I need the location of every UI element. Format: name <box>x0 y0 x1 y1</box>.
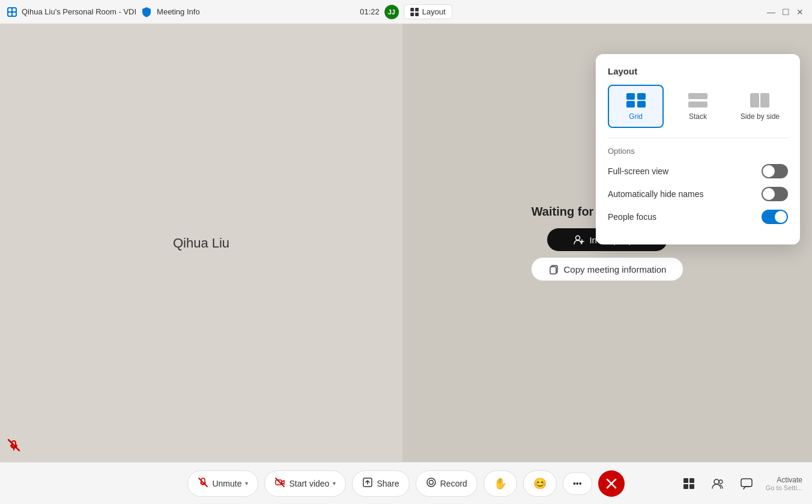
layout-option-stack[interactable]: Stack <box>670 85 726 128</box>
svg-rect-19 <box>688 93 707 99</box>
layout-option-grid[interactable]: Grid <box>608 85 664 128</box>
title-bar-right: — ☐ ✕ <box>766 7 805 17</box>
people-focus-label: People focus <box>608 212 656 222</box>
svg-rect-2 <box>8 13 11 16</box>
layout-grid-label: Grid <box>629 112 643 121</box>
minimize-button[interactable]: — <box>766 7 776 17</box>
svg-rect-20 <box>688 102 707 108</box>
start-video-label: Start video <box>289 479 329 488</box>
share-button[interactable]: Share <box>352 470 409 497</box>
more-options-icon: ••• <box>573 479 582 488</box>
auto-hide-toggle[interactable] <box>762 187 788 201</box>
title-bar-center: 01:22 JJ Layout <box>360 4 452 19</box>
user-avatar: JJ <box>384 5 399 19</box>
svg-point-27 <box>427 478 435 487</box>
auto-hide-row: Automatically hide names <box>608 187 788 201</box>
raise-hand-icon: ✋ <box>494 477 507 490</box>
maximize-button[interactable]: ☐ <box>781 7 790 17</box>
toolbar: Unmute ▾ Start video ▾ Share <box>0 462 812 504</box>
full-screen-label: Full-screen view <box>608 166 668 176</box>
toolbar-right: Activate Go to Setti... <box>677 472 802 496</box>
copy-meeting-info-label: Copy meeting information <box>564 264 667 275</box>
full-screen-row: Full-screen view <box>608 164 788 178</box>
layout-button-label: Layout <box>422 7 446 16</box>
svg-rect-31 <box>683 484 688 489</box>
svg-rect-29 <box>683 478 688 483</box>
participants-button[interactable] <box>706 472 730 496</box>
layout-options: Grid Stack <box>608 85 788 128</box>
stack-icon <box>687 92 709 109</box>
start-video-chevron-icon: ▾ <box>333 480 336 487</box>
svg-rect-6 <box>410 13 414 16</box>
auto-hide-label: Automatically hide names <box>608 189 704 199</box>
svg-point-28 <box>429 480 433 484</box>
video-off-icon <box>274 477 285 490</box>
unmute-chevron-icon: ▾ <box>245 480 248 487</box>
options-section-title: Options <box>608 147 788 156</box>
main-area: Qihua Liu Waiting for others to join... … <box>0 24 812 462</box>
share-icon <box>362 477 373 490</box>
record-label: Record <box>440 479 467 488</box>
activate-text: Activate <box>777 476 802 484</box>
copy-meeting-info-button[interactable]: Copy meeting information <box>531 257 684 281</box>
title-bar: Qihua Liu's Personal Room - VDI Meeting … <box>0 0 812 24</box>
app-title-text: Qihua Liu's Personal Room - VDI <box>22 7 136 16</box>
mute-indicator <box>7 439 20 455</box>
svg-rect-7 <box>415 13 419 16</box>
chat-button[interactable] <box>735 472 759 496</box>
more-options-button[interactable]: ••• <box>563 472 592 495</box>
unmute-button[interactable]: Unmute ▾ <box>187 470 258 497</box>
people-focus-row: People focus <box>608 210 788 224</box>
svg-line-24 <box>276 478 284 487</box>
grid-view-button[interactable] <box>677 472 701 496</box>
layout-side-by-side-label: Side by side <box>741 112 780 121</box>
side-by-side-icon <box>749 92 771 109</box>
svg-rect-14 <box>550 267 556 274</box>
record-button[interactable]: Record <box>416 470 477 497</box>
full-screen-toggle[interactable] <box>762 164 788 178</box>
layout-button[interactable]: Layout <box>404 4 452 19</box>
app-icon <box>7 7 17 17</box>
activate-area: Activate Go to Setti... <box>766 476 802 491</box>
layout-popup: Layout Grid <box>596 54 800 244</box>
svg-rect-15 <box>626 93 635 100</box>
svg-rect-5 <box>415 8 419 11</box>
raise-hand-button[interactable]: ✋ <box>483 470 517 497</box>
svg-point-34 <box>719 480 723 484</box>
svg-line-23 <box>199 478 207 487</box>
react-icon: 😊 <box>533 477 547 490</box>
record-icon <box>426 477 437 490</box>
people-focus-toggle[interactable] <box>762 210 788 224</box>
svg-rect-35 <box>741 479 752 487</box>
svg-rect-4 <box>410 8 414 11</box>
meeting-info-title: Meeting Info <box>157 7 200 16</box>
svg-rect-21 <box>750 93 759 108</box>
auto-hide-toggle-knob <box>763 188 775 200</box>
close-button[interactable]: ✕ <box>795 7 805 17</box>
go-to-settings-text[interactable]: Go to Setti... <box>766 484 802 491</box>
layout-stack-label: Stack <box>689 112 707 121</box>
svg-rect-30 <box>689 478 694 483</box>
svg-point-33 <box>714 479 719 484</box>
end-call-button[interactable] <box>598 470 625 497</box>
react-button[interactable]: 😊 <box>523 470 557 497</box>
svg-rect-32 <box>689 484 694 489</box>
share-label: Share <box>377 479 399 488</box>
unmute-label: Unmute <box>212 479 241 488</box>
svg-rect-3 <box>13 13 16 16</box>
full-screen-toggle-knob <box>763 165 775 177</box>
layout-popup-title: Layout <box>608 66 788 76</box>
microphone-muted-icon <box>198 477 208 490</box>
people-focus-toggle-knob <box>775 211 787 223</box>
layout-option-side-by-side[interactable]: Side by side <box>732 85 788 128</box>
svg-rect-22 <box>760 93 769 108</box>
svg-rect-1 <box>13 8 16 11</box>
svg-rect-17 <box>626 101 635 108</box>
meeting-timer: 01:22 <box>360 7 380 16</box>
layout-divider <box>608 138 788 138</box>
grid-icon <box>625 92 647 109</box>
start-video-button[interactable]: Start video ▾ <box>264 470 346 497</box>
shield-icon <box>141 7 152 17</box>
svg-point-10 <box>576 236 580 240</box>
svg-rect-18 <box>637 101 646 108</box>
